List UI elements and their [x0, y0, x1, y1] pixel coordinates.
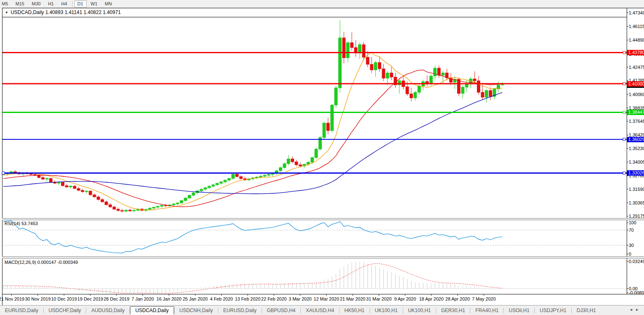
price-tick-1.37645: 1.37645	[629, 119, 644, 124]
price-tick-1.47340: 1.47340	[629, 10, 644, 15]
hline-price-label-1.38447: 1.38447	[627, 110, 644, 115]
tab-gbpusd-h4-6[interactable]: GBPUSD,H4	[262, 306, 300, 315]
timeframe-button-M15[interactable]: M15	[12, 0, 28, 7]
macd-tick-0.032493: 0.032493	[629, 259, 644, 264]
date-label: 30 Nov 2019	[25, 296, 50, 301]
tab-hk50-h1-8[interactable]: HK50,H1	[340, 306, 370, 315]
tab-scroll-arrows: ◄►	[629, 308, 642, 312]
date-label: 3 Mar 2020	[289, 296, 312, 301]
price-tick-1.44890: 1.44890	[629, 38, 644, 42]
tab-eurusd-daily-5[interactable]: EURUSD,Daily	[218, 306, 262, 315]
macd-tick--0.00808: -0.00808	[629, 290, 644, 295]
date-label: 16 Jan 2020	[156, 296, 182, 301]
chart-tab-bar: EURUSD,DailyUSDCHF,DailyAUDUSD,DailyUSDC…	[0, 305, 644, 315]
timeframe-button-W1[interactable]: W1	[87, 0, 101, 7]
price-tick-1.30365: 1.30365	[629, 200, 644, 205]
date-label: 7 Jan 2020	[132, 296, 154, 301]
price-tick-1.46115: 1.46115	[629, 24, 644, 29]
price-tick-1.35230: 1.35230	[629, 146, 644, 151]
date-label: 28 Dec 2019	[104, 296, 129, 301]
hline-price-label-1.33026: 1.33026	[627, 170, 644, 176]
tab-usdcnh-daily-4[interactable]: USDCNH,Daily	[175, 306, 218, 315]
date-label: 4 Feb 2020	[210, 296, 233, 301]
hline-price-label-1.41000: 1.41000	[627, 81, 644, 87]
tab-ger30-h1-11[interactable]: GER30,H1	[436, 306, 470, 315]
price-tick-1.29175: 1.29175	[629, 214, 644, 219]
chart-title: ▼USDCAD,Daily 1.40893 1.41141 1.40822 1.…	[5, 9, 121, 15]
date-label: 12 Mar 2020	[314, 296, 339, 301]
timeframe-buttons: M1M5M15M30H1H4D1W1MN	[0, 0, 116, 8]
timeframe-button-M5[interactable]: M5	[0, 0, 12, 7]
tab-uk100-h1-9[interactable]: UK100,H1	[370, 306, 403, 315]
tab-uk100-h1-10[interactable]: UK100,H1	[403, 306, 436, 315]
rsi-indicator-label: RSI(14) 53.7453	[5, 221, 38, 226]
timeframe-button-H1[interactable]: H1	[45, 0, 57, 7]
rsi-tick-0: 0	[629, 252, 631, 256]
timeframe-button-D1[interactable]: D1	[74, 0, 87, 7]
date-label: 18 Apr 2020	[419, 296, 443, 301]
timeframe-button-H4[interactable]: H4	[58, 0, 70, 7]
tab-usoil-h1-13[interactable]: USOil,H1	[504, 306, 534, 315]
tab-xauusd-h4-7[interactable]: XAUUSD,H4	[301, 306, 339, 315]
tab-usdjpy-h1-14[interactable]: USDJPY,H1	[535, 306, 571, 315]
mt4-terminal: M1M5M15M30H1H4D1W1MN ▼USDCAD,Daily 1.408…	[0, 0, 644, 315]
tab-eurusd-daily-0[interactable]: EURUSD,Daily	[0, 306, 43, 315]
tab-scroll-left-icon[interactable]: ◄	[629, 308, 635, 312]
timeframe-toolbar: M1M5M15M30H1H4D1W1MN	[0, 0, 644, 8]
rsi-tick-100: 100	[629, 220, 636, 225]
date-label: 19 Dec 2019	[78, 296, 103, 301]
hline-price-label-1.43780: 1.43780	[627, 50, 644, 55]
date-label: 25 Jan 2020	[183, 296, 208, 301]
date-label: 22 Feb 2020	[261, 296, 287, 301]
hline-price-label-1.36029: 1.36029	[627, 137, 644, 142]
tab-audusd-daily-2[interactable]: AUDUSD,Daily	[86, 306, 130, 315]
tab-scroll-right-icon[interactable]: ►	[635, 308, 642, 312]
date-label: 21 Nov 2019	[0, 296, 24, 301]
chart-window-top-border	[2, 8, 644, 8]
date-label: 13 Feb 2020	[235, 296, 261, 301]
timeframe-button-MN[interactable]: MN	[101, 0, 115, 7]
tab-fra40-h1-12[interactable]: FRA40,H1	[470, 306, 503, 315]
rsi-tick-30: 30	[629, 243, 634, 248]
date-label: 31 Mar 2020	[366, 296, 392, 301]
macd-indicator-label: MACD(12,26,9) 0.000147 -0.000349	[5, 260, 78, 265]
tab-dj30-h1-15[interactable]: DJ30,H1	[572, 306, 601, 315]
date-label: 10 Dec 2019	[51, 296, 77, 301]
rsi-tick-70: 70	[629, 228, 634, 233]
tab-usdchf-daily-1[interactable]: USDCHF,Daily	[44, 306, 86, 315]
timeframe-button-M30[interactable]: M30	[28, 0, 44, 7]
price-tick-1.34005: 1.34005	[629, 160, 644, 165]
price-tick-1.42475: 1.42475	[629, 65, 644, 70]
chart-title-text: USDCAD,Daily 1.40893 1.41141 1.40822 1.4…	[11, 9, 121, 15]
rsi-pane-plot[interactable]	[2, 220, 627, 256]
main-chart-plot[interactable]	[2, 17, 627, 218]
date-label: 7 May 2020	[472, 296, 495, 301]
date-label: 21 Mar 2020	[340, 296, 366, 301]
price-tick-1.40060: 1.40060	[629, 92, 644, 97]
date-label: 9 Apr 2020	[394, 296, 416, 301]
price-tick-1.31590: 1.31590	[629, 187, 644, 192]
macd-pane-plot[interactable]	[2, 259, 627, 294]
chart-dropdown-icon[interactable]: ▼	[5, 11, 8, 14]
toolbar-separator	[72, 1, 73, 7]
tab-usdcad-daily-3[interactable]: USDCAD,Daily	[130, 306, 174, 315]
date-label: 28 Apr 2020	[446, 296, 470, 301]
